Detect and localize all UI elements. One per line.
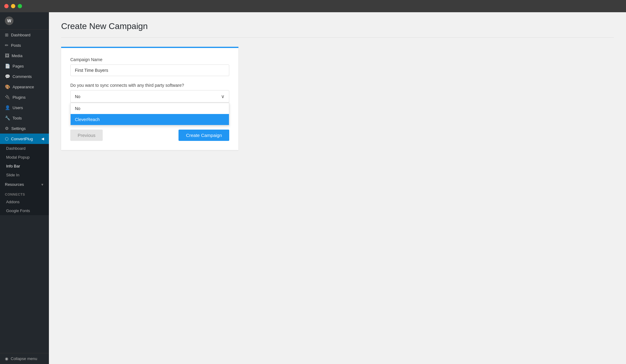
sidebar-item-dashboard[interactable]: ⊞ Dashboard bbox=[0, 30, 49, 40]
connects-section-label: Connects bbox=[0, 189, 49, 197]
campaign-name-input[interactable] bbox=[70, 64, 229, 76]
sidebar-nav: ⊞ Dashboard ✏ Posts 🖼 Media 📄 Pages 💬 Co… bbox=[0, 30, 49, 353]
sidebar-item-addons[interactable]: Addons bbox=[0, 197, 49, 206]
resources-chevron-icon: ▼ bbox=[41, 183, 44, 186]
dropdown-selected-value: No bbox=[75, 94, 80, 99]
wordpress-icon: W bbox=[5, 17, 13, 25]
page-title: Create New Campaign bbox=[61, 21, 614, 31]
minimize-button[interactable] bbox=[11, 4, 15, 8]
previous-button[interactable]: Previous bbox=[70, 130, 103, 141]
collapse-icon: ◉ bbox=[5, 356, 8, 361]
sidebar-item-cp-slidein[interactable]: Slide In bbox=[0, 171, 49, 179]
title-divider bbox=[61, 37, 614, 38]
sync-group: Do you want to sync connects with any th… bbox=[70, 83, 229, 103]
sidebar-item-plugins[interactable]: 🔌 Plugins bbox=[0, 92, 49, 102]
dropdown-option-cleverreach[interactable]: CleverReach bbox=[71, 114, 229, 125]
traffic-lights bbox=[4, 4, 22, 8]
pages-icon: 📄 bbox=[5, 64, 10, 68]
sidebar-item-tools[interactable]: 🔧 Tools bbox=[0, 113, 49, 123]
campaign-name-group: Campaign Name bbox=[70, 57, 229, 76]
appearance-icon: 🎨 bbox=[5, 84, 10, 89]
main-content: Create New Campaign Campaign Name Do you… bbox=[49, 12, 626, 364]
button-row: Previous Create Campaign bbox=[70, 130, 229, 141]
sidebar-item-convertplug[interactable]: ⬡ ConvertPlug ◀ bbox=[0, 134, 49, 144]
plugins-icon: 🔌 bbox=[5, 95, 10, 100]
sidebar-sub-nav: Dashboard Modal Popup Info Bar Slide In … bbox=[0, 144, 49, 215]
users-icon: 👤 bbox=[5, 105, 10, 110]
sidebar-item-settings[interactable]: ⚙ Settings bbox=[0, 123, 49, 134]
media-icon: 🖼 bbox=[5, 53, 9, 58]
sidebar-item-cp-modal[interactable]: Modal Popup bbox=[0, 153, 49, 162]
sidebar-item-google-fonts[interactable]: Google Fonts bbox=[0, 206, 49, 215]
settings-icon: ⚙ bbox=[5, 126, 9, 131]
sidebar-item-posts[interactable]: ✏ Posts bbox=[0, 40, 49, 50]
close-button[interactable] bbox=[4, 4, 9, 8]
convertplug-arrow-icon: ◀ bbox=[41, 137, 44, 141]
sidebar-item-cp-infobar[interactable]: Info Bar bbox=[0, 162, 49, 171]
create-campaign-button[interactable]: Create Campaign bbox=[179, 130, 229, 141]
posts-icon: ✏ bbox=[5, 43, 9, 48]
sidebar: W ⊞ Dashboard ✏ Posts 🖼 Media 📄 Pages 💬 … bbox=[0, 12, 49, 364]
sync-dropdown-list: No CleverReach bbox=[70, 103, 229, 125]
sync-dropdown-wrapper: No ∨ No CleverReach bbox=[70, 90, 229, 103]
convertplug-icon: ⬡ bbox=[5, 136, 9, 141]
sync-label: Do you want to sync connects with any th… bbox=[70, 83, 229, 88]
sidebar-item-users[interactable]: 👤 Users bbox=[0, 102, 49, 113]
dropdown-chevron-icon: ∨ bbox=[221, 94, 225, 99]
collapse-menu-button[interactable]: ◉ Collapse menu bbox=[0, 353, 49, 364]
campaign-name-label: Campaign Name bbox=[70, 57, 229, 62]
sidebar-item-comments[interactable]: 💬 Comments bbox=[0, 71, 49, 82]
app-layout: W ⊞ Dashboard ✏ Posts 🖼 Media 📄 Pages 💬 … bbox=[0, 12, 626, 364]
dropdown-option-no[interactable]: No bbox=[71, 103, 229, 114]
campaign-card: Campaign Name Do you want to sync connec… bbox=[61, 47, 238, 150]
dashboard-icon: ⊞ bbox=[5, 32, 9, 37]
sync-dropdown-trigger[interactable]: No ∨ bbox=[70, 90, 229, 103]
sidebar-item-media[interactable]: 🖼 Media bbox=[0, 50, 49, 61]
sidebar-logo: W bbox=[0, 12, 49, 30]
tools-icon: 🔧 bbox=[5, 116, 10, 120]
maximize-button[interactable] bbox=[18, 4, 22, 8]
comments-icon: 💬 bbox=[5, 74, 10, 79]
sidebar-item-cp-resources[interactable]: Resources ▼ bbox=[0, 179, 49, 189]
sidebar-item-pages[interactable]: 📄 Pages bbox=[0, 61, 49, 71]
sidebar-item-appearance[interactable]: 🎨 Appearance bbox=[0, 82, 49, 92]
titlebar bbox=[0, 0, 626, 12]
sidebar-item-cp-dashboard[interactable]: Dashboard bbox=[0, 144, 49, 153]
